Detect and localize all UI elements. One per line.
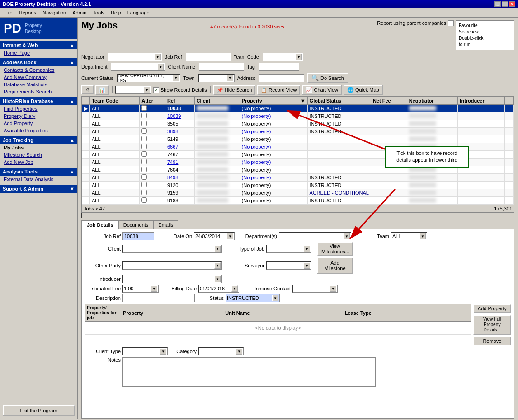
menu-navigation[interactable]: Navigation bbox=[40, 9, 69, 16]
status-detail-arrow[interactable]: ▼ bbox=[272, 295, 278, 301]
table-row[interactable]: ALL 8498 (No property) INSTRUCTED bbox=[82, 174, 514, 182]
dept-input[interactable]: ▼ bbox=[111, 63, 165, 71]
negotiator-arrow[interactable]: ▼ bbox=[155, 54, 161, 60]
col-ref[interactable]: Ref bbox=[165, 97, 194, 105]
inhouse-arrow[interactable]: ▼ bbox=[330, 285, 336, 292]
dateon-arrow[interactable]: ▼ bbox=[227, 233, 233, 239]
sidebar-item-addnewjob[interactable]: Add New Job bbox=[0, 159, 77, 166]
dept-detail-arrow[interactable]: ▼ bbox=[344, 233, 350, 239]
col-status[interactable]: Global Status bbox=[307, 97, 371, 105]
client-input[interactable]: ▼ bbox=[122, 245, 222, 253]
show-record-checkbox[interactable]: ✓ bbox=[153, 87, 159, 93]
teamcode-input[interactable]: ▼ bbox=[263, 53, 303, 61]
chart-view-button[interactable]: 📈 Chart View bbox=[302, 85, 342, 95]
col-property[interactable]: Property ▼ bbox=[240, 97, 307, 105]
do-search-button[interactable]: 🔍 Do Search bbox=[307, 73, 348, 83]
section-addressbook[interactable]: Address Book ▲ bbox=[0, 58, 77, 66]
sidebar-item-available[interactable]: Available Properties bbox=[0, 127, 77, 134]
fee-arrow[interactable]: ▼ bbox=[151, 285, 157, 292]
sidebar-item-addproperty[interactable]: Add Property bbox=[0, 120, 77, 127]
team-input[interactable]: ALL ▼ bbox=[391, 232, 427, 240]
town-input[interactable]: ▼ bbox=[198, 74, 235, 82]
otherparty-arrow[interactable]: ▼ bbox=[214, 262, 221, 269]
sidebar-item-homepage[interactable]: Home Page bbox=[0, 49, 77, 56]
dept-arrow[interactable]: ▼ bbox=[157, 64, 164, 70]
dept-detail-input[interactable]: ▼ bbox=[279, 232, 351, 240]
status-arrow[interactable]: ▼ bbox=[173, 75, 179, 81]
dateon-input[interactable]: 24/03/2014 ▼ bbox=[194, 232, 235, 240]
col-teamcode[interactable]: Team Code bbox=[90, 97, 140, 105]
notes-textarea[interactable] bbox=[122, 357, 376, 387]
billing-arrow[interactable]: ▼ bbox=[231, 285, 238, 292]
status-input[interactable]: NEW OPPORTUNITY; INST ▼ bbox=[117, 74, 180, 82]
teamcode-arrow[interactable]: ▼ bbox=[296, 54, 302, 60]
surveyor-input[interactable]: ▼ bbox=[266, 261, 311, 270]
sidebar-item-addcompany[interactable]: Add New Company bbox=[0, 74, 77, 81]
table-row[interactable]: ALL 9120 (No property) INSTRUCTED bbox=[82, 182, 514, 189]
section-support[interactable]: Support & Admin ▼ bbox=[0, 185, 77, 193]
menu-language[interactable]: Language bbox=[125, 9, 152, 16]
town-arrow[interactable]: ▼ bbox=[227, 75, 233, 81]
menu-reports[interactable]: Reports bbox=[16, 9, 39, 16]
otherparty-input[interactable]: ▼ bbox=[122, 261, 222, 270]
col-negotiator[interactable]: Negotiator bbox=[407, 97, 458, 105]
team-arrow[interactable]: ▼ bbox=[419, 233, 426, 239]
surveyor-arrow[interactable]: ▼ bbox=[304, 262, 310, 269]
view-dropdown[interactable]: ▼ bbox=[115, 86, 151, 94]
section-historrian[interactable]: HistoRRian Database ▲ bbox=[0, 97, 77, 105]
view-full-property-button[interactable]: View FullPropertyDetails... bbox=[473, 315, 511, 335]
record-view-button[interactable]: 📋 Record View bbox=[257, 85, 300, 95]
billingdate-input[interactable]: 01/01/2016 ▼ bbox=[198, 285, 239, 293]
introducer-arrow[interactable]: ▼ bbox=[214, 276, 221, 282]
section-intranet[interactable]: Intranet & Web ▲ bbox=[0, 41, 77, 49]
menu-file[interactable]: File bbox=[2, 9, 15, 16]
window-controls[interactable]: _ □ × bbox=[494, 1, 515, 7]
export-button[interactable]: 📊 bbox=[95, 85, 109, 95]
menu-help[interactable]: Help bbox=[108, 9, 124, 16]
table-row[interactable]: ALL 9159 (No property) AGREED - CONDITIO… bbox=[82, 189, 514, 197]
table-row[interactable]: ALL 9183 (No property) INSTRUCTED bbox=[82, 197, 514, 205]
table-row[interactable]: ALL 10039 (No property) INSTRUCTED bbox=[82, 112, 514, 120]
table-row[interactable]: ALL 3505 (No property) INSTRUCTED bbox=[82, 120, 514, 128]
add-milestone-button[interactable]: Add Milestone bbox=[317, 257, 353, 274]
status-detail-input[interactable]: INSTRUCTED ▼ bbox=[226, 294, 280, 302]
tab-jobdetails[interactable]: Job Details bbox=[82, 220, 118, 229]
table-row[interactable]: ▶ ALL 10038 (No property) INSTRUCTED bbox=[82, 105, 514, 112]
table-row[interactable]: ALL 5149 (No property) bbox=[82, 135, 514, 143]
client-arrow[interactable]: ▼ bbox=[214, 246, 221, 252]
typeofjob-arrow[interactable]: ▼ bbox=[304, 246, 310, 252]
table-row[interactable]: ALL 3898 (No property) INSTRUCTED bbox=[82, 128, 514, 135]
horizontal-scrollbar[interactable] bbox=[81, 213, 514, 218]
menu-admin[interactable]: Admin bbox=[70, 9, 89, 16]
estimatedfee-input[interactable]: 1.00 ▼ bbox=[122, 285, 159, 293]
negotiator-input[interactable]: ▼ bbox=[108, 53, 162, 61]
view-arrow[interactable]: ▼ bbox=[144, 87, 150, 93]
category-arrow[interactable]: ▼ bbox=[236, 348, 242, 355]
show-record-details-label[interactable]: ✓ Show Record Details bbox=[153, 87, 207, 93]
clientname-input[interactable] bbox=[199, 63, 244, 71]
typeofjob-input[interactable]: ▼ bbox=[266, 245, 311, 253]
sidebar-item-externaldata[interactable]: External Data Analysis bbox=[0, 176, 77, 183]
sidebar-item-milestonesearch[interactable]: Milestone Search bbox=[0, 151, 77, 159]
sidebar-item-findproperties[interactable]: Find Properties bbox=[0, 105, 77, 112]
sidebar-item-myjobs[interactable]: My Jobs bbox=[0, 144, 77, 151]
close-btn[interactable]: × bbox=[509, 1, 515, 7]
sidebar-item-contacts[interactable]: Contacts & Companies bbox=[0, 66, 77, 74]
tab-emails[interactable]: Emails bbox=[153, 220, 178, 229]
introducer-input[interactable]: ▼ bbox=[122, 275, 222, 283]
clienttype-input[interactable]: ▼ bbox=[122, 347, 168, 355]
add-property-button[interactable]: Add Property bbox=[473, 304, 511, 313]
section-analysis[interactable]: Analysis Tools ▲ bbox=[0, 168, 77, 176]
menu-tools[interactable]: Tools bbox=[90, 9, 107, 16]
description-input[interactable] bbox=[122, 294, 195, 302]
inhouse-input[interactable]: ▼ bbox=[292, 285, 338, 293]
sidebar-item-requirements[interactable]: Requirements Search bbox=[0, 88, 77, 95]
quick-map-button[interactable]: 🌐 Quick Map bbox=[344, 85, 383, 95]
section-jobtracking[interactable]: Job Tracking ▲ bbox=[0, 136, 77, 144]
maximize-btn[interactable]: □ bbox=[502, 1, 508, 7]
col-fee[interactable]: Net Fee bbox=[371, 97, 407, 105]
parent-companies-checkbox[interactable] bbox=[448, 20, 454, 26]
clienttype-arrow[interactable]: ▼ bbox=[160, 348, 166, 355]
sidebar-item-mailshots[interactable]: Database Mailshots bbox=[0, 81, 77, 88]
jobref-detail-input[interactable] bbox=[122, 232, 154, 240]
